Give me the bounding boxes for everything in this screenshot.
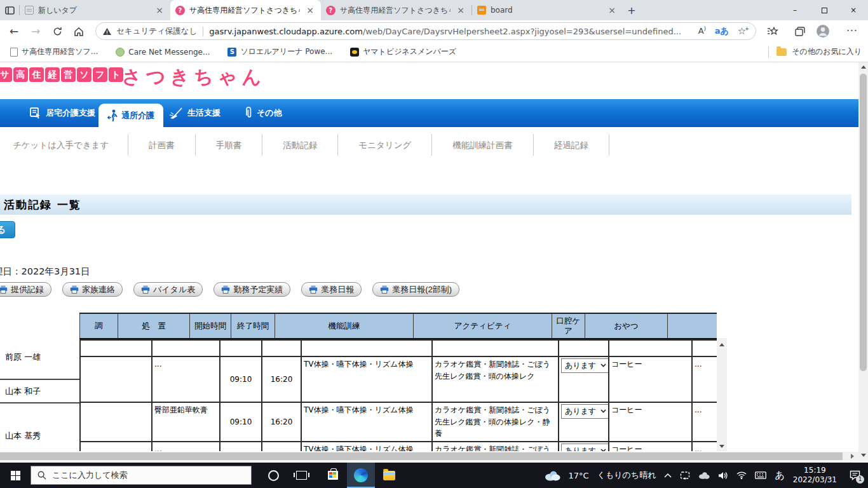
cell-oyatsu[interactable]: コーヒー: [609, 402, 692, 442]
cell-kinou-kunren[interactable]: TV体操・嚥下体操・リズム体操: [301, 356, 432, 402]
cell-kinou-kunren[interactable]: TV体操・嚥下体操・リズム体操: [301, 402, 432, 442]
nav-seikatsu[interactable]: 生活支援: [168, 99, 220, 127]
cell-taichou[interactable]: [80, 356, 152, 402]
onedrive-icon[interactable]: [698, 471, 710, 479]
tab-satsuki-2[interactable]: ? サ高住専用経営ソフトさつきちゃん ×: [321, 0, 471, 20]
submenu-item-keikakusho[interactable]: 計画書: [128, 134, 196, 156]
translate-button[interactable]: aあ: [715, 25, 729, 37]
back-page-button[interactable]: 戻る: [0, 221, 15, 238]
cell-oyatsu[interactable]: コーヒー: [609, 356, 692, 402]
scroll-up-button[interactable]: [858, 62, 868, 72]
weather-temp[interactable]: 17°C: [569, 471, 589, 480]
bookmark-carenet[interactable]: Care Net Messenge...: [112, 48, 210, 57]
ime-mode-indicator[interactable]: あ: [775, 470, 784, 482]
tab-list-button[interactable]: [0, 0, 19, 20]
print-vital-button[interactable]: バイタル表: [133, 282, 203, 297]
network-wifi-icon[interactable]: [736, 471, 747, 479]
grid-vertical-scrollbar[interactable]: [717, 338, 727, 451]
cell-end-time[interactable]: 16:20: [262, 402, 301, 442]
tab-new-tab[interactable]: 新しいタブ ×: [20, 0, 170, 20]
nav-sonota[interactable]: その他: [244, 99, 282, 127]
store-button[interactable]: [319, 463, 347, 488]
add-favorite-button[interactable]: ☆+: [738, 25, 749, 37]
task-view-button[interactable]: [287, 463, 315, 488]
submenu-item-ticket[interactable]: チケットは入手できます: [0, 134, 128, 156]
screen-snip-icon[interactable]: [680, 471, 690, 480]
submenu-item-keika[interactable]: 経過記録: [534, 134, 609, 156]
edge-taskbar-button[interactable]: [347, 463, 375, 488]
tab-satsuki-active[interactable]: ? サ高住専用経営ソフトさつきちゃん ×: [170, 0, 321, 20]
submenu-item-tejunsho[interactable]: 手順書: [196, 134, 263, 156]
back-button[interactable]: ←: [6, 24, 22, 39]
tab-close-icon[interactable]: ×: [455, 5, 466, 15]
minimize-button[interactable]: –: [780, 0, 810, 20]
bookmark-yamato[interactable]: ヤマトビジネスメンバーズ: [346, 46, 456, 57]
scroll-up-button[interactable]: [717, 339, 727, 349]
cell-taichou[interactable]: [80, 442, 152, 451]
print-kazoku-button[interactable]: 家族連絡: [62, 282, 123, 297]
koukuu-care-select[interactable]: あります: [561, 444, 609, 451]
cortana-button[interactable]: [259, 463, 287, 488]
favorites-button[interactable]: [766, 24, 780, 38]
cell-shochi[interactable]: ...: [152, 442, 220, 451]
other-favorites[interactable]: その他のお気に入り: [768, 46, 862, 58]
scroll-down-button[interactable]: [858, 451, 868, 460]
cell-start-time[interactable]: 09:10: [220, 402, 262, 442]
file-explorer-button[interactable]: [375, 463, 403, 488]
tab-close-icon[interactable]: ×: [304, 5, 316, 15]
tab-close-icon[interactable]: ×: [154, 5, 165, 15]
koukuu-care-select[interactable]: あります: [561, 404, 609, 419]
taskbar-search-input[interactable]: ここに入力して検索: [31, 466, 252, 485]
browser-vertical-scrollbar[interactable]: [858, 62, 868, 461]
ime-keyboard-icon[interactable]: [755, 471, 766, 479]
print-teikyou-button[interactable]: 提供記録: [0, 282, 51, 297]
close-button[interactable]: ×: [839, 0, 868, 20]
bookmark-soloel[interactable]: S ソロエルアリーナ Powe...: [224, 46, 332, 57]
home-button[interactable]: [71, 24, 86, 39]
start-button[interactable]: [0, 463, 31, 488]
cell-more[interactable]: ...: [692, 356, 717, 402]
vertical-scroll-thumb[interactable]: [860, 74, 867, 371]
cell-shochi[interactable]: 臀部亜鉛華軟膏: [152, 402, 220, 442]
print-gyoumu2-button[interactable]: 業務日報(2部制): [372, 282, 459, 297]
restore-button[interactable]: [810, 0, 839, 20]
user-name[interactable]: 山本 和子: [0, 380, 79, 403]
cell-start-time[interactable]: [220, 442, 262, 451]
cell-shochi[interactable]: ...: [152, 356, 220, 402]
collections-button[interactable]: [793, 24, 807, 38]
read-aloud-button[interactable]: A): [698, 26, 706, 36]
profile-button[interactable]: [816, 24, 830, 38]
cell-kinou-kunren[interactable]: TV体操・嚥下体操・リズム体操: [301, 442, 432, 451]
cell-more[interactable]: ...: [692, 442, 717, 451]
cell-activity[interactable]: カラオケ鑑賞・新聞雑誌・ごぼう先生レク鑑賞・頭の体操レク: [432, 442, 559, 451]
print-kinmu-button[interactable]: 勤務予定実績: [214, 282, 290, 297]
submenu-item-monitoring[interactable]: モニタリング: [338, 134, 432, 156]
submenu-item-kinoukunren[interactable]: 機能訓練計画書: [432, 134, 534, 156]
cell-end-time[interactable]: [262, 442, 301, 451]
cell-oyatsu[interactable]: コーヒー: [609, 442, 692, 451]
cell-more[interactable]: ...: [692, 402, 717, 442]
user-name[interactable]: 前原 一雄: [0, 338, 79, 380]
user-name[interactable]: 山本 基秀: [0, 403, 79, 450]
nav-kyotaku[interactable]: 居宅介護支援: [29, 99, 95, 127]
refresh-button[interactable]: [50, 24, 65, 39]
horizontal-scroll-thumb[interactable]: [0, 452, 843, 460]
url-text[interactable]: gasrv.japanwest.cloudapp.azure.com/web/D…: [209, 27, 681, 36]
taskbar-clock[interactable]: 15:19 2022/03/31: [793, 466, 837, 485]
koukuu-care-select[interactable]: あります: [561, 358, 609, 373]
nav-tsuusho-active[interactable]: 通所介護: [98, 104, 163, 127]
new-tab-button[interactable]: +: [623, 1, 641, 19]
bookmark-satsuki[interactable]: サ高住専用経営ソフ...: [6, 46, 98, 57]
hidden-icons-chevron[interactable]: [664, 473, 672, 478]
weather-description[interactable]: くもりのち晴れ: [597, 470, 656, 481]
tab-board[interactable]: board ×: [472, 0, 623, 20]
scroll-right-button[interactable]: [847, 452, 857, 461]
cell-start-time[interactable]: 09:10: [220, 356, 262, 402]
page-horizontal-scrollbar[interactable]: [0, 452, 858, 461]
submenu-item-katsudou[interactable]: 活動記録: [262, 134, 338, 156]
security-label[interactable]: セキュリティ保護なし: [116, 26, 197, 37]
scroll-down-button[interactable]: [717, 441, 727, 451]
cell-activity[interactable]: カラオケ鑑賞・新聞雑誌・ごぼう先生レク鑑賞・頭の体操レク: [432, 356, 559, 402]
tab-close-icon[interactable]: ×: [606, 5, 618, 15]
print-gyoumu-button[interactable]: 業務日報: [301, 282, 362, 297]
